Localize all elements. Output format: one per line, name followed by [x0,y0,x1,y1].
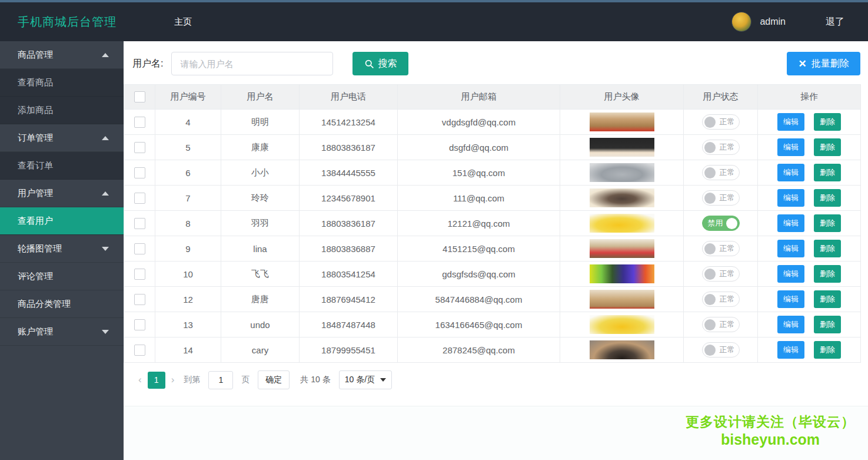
header-user-phone: 用户电话 [300,85,398,110]
status-toggle[interactable]: 正常 [702,241,740,256]
header-user-avatar: 用户头像 [560,85,684,110]
edit-button[interactable]: 编辑 [777,341,804,359]
users-table-body: 4 明明 14514213254 vdgdsgfd@qq.com 正常 编辑 删… [124,110,861,363]
next-page-icon[interactable]: › [165,374,181,386]
delete-button[interactable]: 删除 [814,113,841,131]
cell-user-name: 康康 [221,135,300,160]
current-page-button[interactable]: 1 [148,372,165,389]
edit-button[interactable]: 编辑 [777,138,804,156]
page-size-select[interactable]: 10 条/页 [339,370,392,389]
status-toggle[interactable]: 正常 [702,165,740,180]
table-row: 10 飞飞 18803541254 gdsgfsds@qq.com 正常 编辑 … [124,262,861,287]
row-checkbox[interactable] [134,193,145,204]
goto-confirm-button[interactable]: 确定 [258,370,290,389]
delete-button[interactable]: 删除 [814,214,841,232]
search-icon [364,59,374,69]
sidebar-item-5[interactable]: 用户管理 [0,180,124,207]
delete-button[interactable]: 删除 [814,290,841,308]
status-toggle[interactable]: 正常 [702,190,740,206]
cell-user-id: 14 [155,337,221,363]
table-row: 13 undo 18487487448 1634166465@qq.com 正常… [124,312,861,337]
status-label: 正常 [720,193,735,203]
delete-button[interactable]: 删除 [814,164,841,181]
row-checkbox[interactable] [134,142,145,153]
batch-delete-button[interactable]: ✕ 批量删除 [787,52,860,75]
edit-button[interactable]: 编辑 [777,265,804,283]
cell-user-id: 7 [155,186,221,211]
row-checkbox[interactable] [134,319,145,330]
sidebar-item-label: 轮播图管理 [18,243,62,254]
admin-avatar[interactable] [731,12,751,32]
edit-button[interactable]: 编辑 [777,164,804,181]
header-user-name: 用户名 [221,85,300,110]
row-checkbox[interactable] [134,294,145,305]
page-size-value: 10 条/页 [345,375,375,385]
edit-button[interactable]: 编辑 [777,316,804,333]
nav-home-link[interactable]: 主页 [174,16,192,28]
status-toggle[interactable]: 正常 [702,292,740,307]
edit-button[interactable]: 编辑 [777,214,804,232]
row-checkbox[interactable] [134,167,145,178]
delete-button[interactable]: 删除 [814,138,841,156]
row-checkbox[interactable] [134,243,145,254]
table-row: 7 玲玲 12345678901 111@qq.com 正常 编辑 删除 [124,186,861,211]
status-label: 禁用 [708,218,723,229]
sidebar-item-label: 商品分类管理 [18,299,71,310]
main-content: 用户名: 搜索 ✕ 批量删除 用户编号 用户名 用户电话 用户邮箱 [124,41,868,460]
table-row: 8 羽羽 18803836187 12121@qq.com 禁用 编辑 删除 [124,211,861,236]
delete-button[interactable]: 删除 [814,341,841,359]
sidebar-item-7[interactable]: 轮播图管理 [0,235,124,263]
username-label: 用户名: [132,58,163,70]
row-checkbox[interactable] [134,117,145,128]
status-label: 正常 [720,319,735,330]
sidebar-item-label: 查看商品 [18,77,53,88]
status-toggle[interactable]: 正常 [702,140,740,155]
edit-button[interactable]: 编辑 [777,290,804,308]
toggle-knob [704,117,716,128]
sidebar-item-6[interactable]: 查看用户 [0,207,124,235]
search-toolbar: 用户名: 搜索 ✕ 批量删除 [124,41,868,75]
sidebar-item-4[interactable]: 查看订单 [0,152,124,180]
toggle-knob [704,193,716,204]
delete-button[interactable]: 删除 [814,316,841,333]
edit-button[interactable]: 编辑 [777,240,804,257]
sidebar-item-8[interactable]: 评论管理 [0,263,124,290]
edit-button[interactable]: 编辑 [777,189,804,207]
sidebar-item-1[interactable]: 查看商品 [0,69,124,97]
table-row: 12 唐唐 18876945412 5847446884@qq.com 正常 编… [124,287,861,312]
edit-button[interactable]: 编辑 [777,113,804,131]
sidebar-menu: 商品管理 查看商品 添加商品 订单管理 查看订单 用户管理 查看用户 轮播图管理… [0,41,124,460]
sidebar-item-10[interactable]: 账户管理 [0,318,124,346]
row-checkbox[interactable] [134,218,145,229]
status-toggle[interactable]: 禁用 [702,216,740,231]
row-checkbox[interactable] [134,269,145,280]
cell-user-name: 明明 [221,110,300,135]
sidebar-item-3[interactable]: 订单管理 [0,124,124,152]
row-checkbox[interactable] [134,345,145,356]
user-avatar-image [590,315,654,334]
delete-button[interactable]: 删除 [814,240,841,257]
total-count-label: 共 10 条 [300,375,330,385]
username-search-input[interactable] [171,52,333,75]
chevron-down-icon [380,378,386,382]
sidebar-item-0[interactable]: 商品管理 [0,41,124,69]
delete-button[interactable]: 删除 [814,265,841,283]
prev-page-icon[interactable]: ‹ [132,374,148,386]
header-operations: 操作 [758,85,861,110]
sidebar-item-2[interactable]: 添加商品 [0,97,124,124]
sidebar-item-9[interactable]: 商品分类管理 [0,290,124,318]
status-toggle[interactable]: 正常 [702,342,740,358]
cell-user-email: 5847446884@qq.com [398,287,560,312]
cell-user-name: 飞飞 [221,262,300,287]
status-toggle[interactable]: 正常 [702,114,740,130]
goto-page-input[interactable] [208,371,233,389]
goto-suffix-label: 页 [241,375,250,385]
status-toggle[interactable]: 正常 [702,317,740,332]
status-toggle[interactable]: 正常 [702,266,740,282]
delete-button[interactable]: 删除 [814,189,841,207]
status-label: 正常 [720,243,735,254]
select-all-checkbox[interactable] [134,91,145,102]
search-button[interactable]: 搜索 [352,52,408,75]
user-avatar-image [590,290,654,309]
logout-link[interactable]: 退了 [826,16,844,28]
